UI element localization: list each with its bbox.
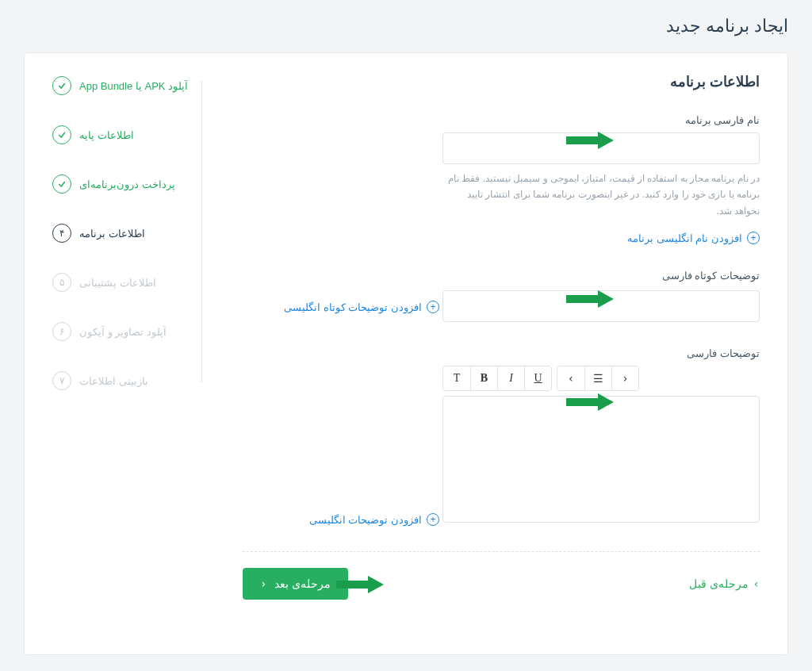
footer-nav: › مرحله‌ی قبل مرحله‌ی بعد ‹	[243, 568, 760, 600]
add-english-short-desc-link[interactable]: + افزودن توضیحات کوتاه انگلیسی	[284, 301, 439, 313]
step-label: آپلود APK یا App Bundle	[79, 80, 211, 92]
toolbar-italic-btn[interactable]: I	[497, 366, 524, 390]
label-long-desc: توضیحات فارسی	[243, 347, 760, 359]
add-english-short-desc-text: افزودن توضیحات کوتاه انگلیسی	[284, 301, 422, 313]
toolbar-indent-btn[interactable]: ›	[557, 366, 584, 390]
step-label: اطلاعات پشتیبانی	[79, 277, 211, 289]
toolbar-outdent-btn[interactable]: ‹	[611, 366, 638, 390]
divider	[243, 551, 760, 552]
label-persian-name: نام فارسی برنامه	[243, 114, 760, 126]
check-icon	[52, 76, 71, 95]
step-5[interactable]: اطلاعات پشتیبانی۵	[52, 273, 211, 292]
chevron-right-icon: ›	[753, 577, 760, 590]
add-english-name-text: افزودن نام انگلیسی برنامه	[627, 232, 742, 244]
label-short-desc: توضیحات کوتاه فارسی	[243, 270, 760, 282]
step-number: ۶	[52, 322, 71, 341]
next-step-button[interactable]: مرحله‌ی بعد ‹	[243, 568, 348, 600]
check-icon	[52, 125, 71, 144]
toolbar-underline-btn[interactable]: U	[524, 366, 551, 390]
textarea-long-desc[interactable]	[442, 396, 760, 523]
add-english-name-link[interactable]: + افزودن نام انگلیسی برنامه	[627, 232, 760, 244]
chevron-left-icon: ‹	[622, 372, 628, 385]
list-icon: ☰	[593, 372, 603, 385]
toolbar-bold-btn[interactable]: B	[470, 366, 497, 390]
toolbar-text-btn[interactable]: T	[443, 366, 470, 390]
helper-persian-name: در نام برنامه مجاز به استفاده از قیمت، ا…	[442, 171, 760, 219]
step-number: ۷	[52, 371, 71, 390]
field-long-desc: توضیحات فارسی ‹ ☰ › U I B T	[243, 347, 760, 526]
prev-step-text: مرحله‌ی قبل	[689, 577, 749, 590]
add-english-long-desc-link[interactable]: + افزودن توضیحات انگلیسی	[309, 513, 439, 526]
step-3[interactable]: پرداخت درون‌برنامه‌ای	[52, 174, 211, 194]
step-label: اطلاعات پایه	[79, 129, 211, 141]
editor-toolbar: ‹ ☰ › U I B T	[442, 366, 760, 391]
step-6[interactable]: آپلود تصاویر و آیکون۶	[52, 322, 211, 341]
step-number: ۵	[52, 273, 71, 292]
page-title: ایجاد برنامه جدید	[24, 16, 788, 36]
step-7[interactable]: بازبینی اطلاعات۷	[52, 371, 211, 390]
toolbar-list-btn[interactable]: ☰	[584, 366, 611, 390]
chevron-left-icon: ‹	[260, 577, 266, 590]
step-label: اطلاعات برنامه	[79, 228, 211, 240]
input-short-desc[interactable]	[442, 290, 760, 322]
prev-step-link[interactable]: › مرحله‌ی قبل	[689, 577, 760, 590]
stepper: آپلود APK یا App Bundleاطلاعات پایهپرداخ…	[52, 73, 211, 390]
field-short-desc: توضیحات کوتاه فارسی + افزودن توضیحات کوت…	[243, 270, 760, 322]
step-4[interactable]: اطلاعات برنامه۴	[52, 224, 211, 243]
field-persian-name: نام فارسی برنامه در نام برنامه مجاز به ا…	[243, 114, 760, 244]
input-persian-name[interactable]	[442, 132, 760, 164]
form-card: اطلاعات برنامه نام فارسی برنامه در نام ب…	[24, 52, 788, 655]
plus-icon: +	[427, 513, 439, 526]
plus-icon: +	[747, 232, 760, 244]
step-label: پرداخت درون‌برنامه‌ای	[79, 178, 211, 190]
check-icon	[52, 174, 71, 194]
step-label: آپلود تصاویر و آیکون	[79, 326, 211, 338]
chevron-right-icon: ›	[568, 372, 574, 385]
plus-icon: +	[427, 301, 439, 313]
section-title: اطلاعات برنامه	[243, 73, 760, 90]
step-number: ۴	[52, 224, 71, 243]
next-step-text: مرحله‌ی بعد	[274, 577, 331, 590]
step-1[interactable]: آپلود APK یا App Bundle	[52, 76, 211, 95]
step-label: بازبینی اطلاعات	[79, 375, 211, 387]
step-2[interactable]: اطلاعات پایه	[52, 125, 211, 144]
add-english-long-desc-text: افزودن توضیحات انگلیسی	[309, 514, 422, 526]
